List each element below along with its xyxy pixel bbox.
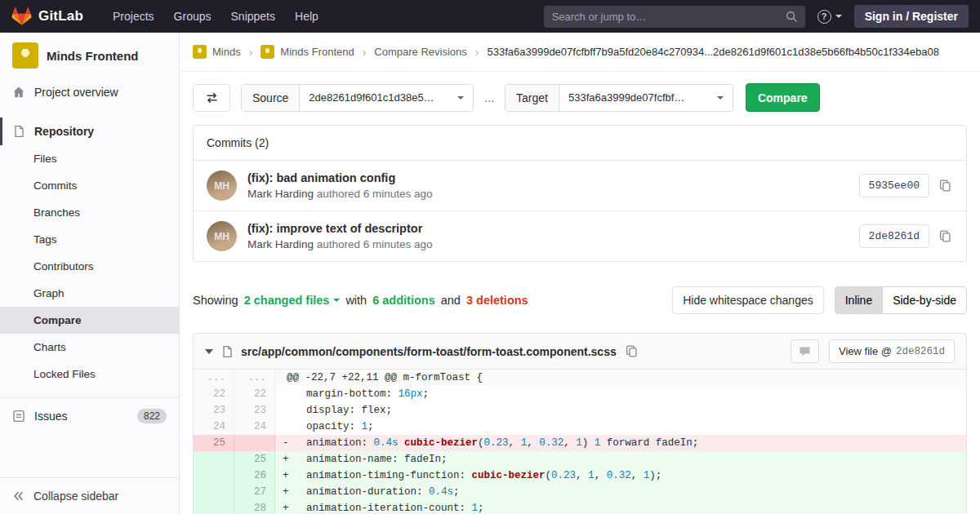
diff-old-line-number[interactable] bbox=[194, 500, 234, 514]
copy-icon bbox=[939, 179, 951, 192]
sidebar-item-compare[interactable]: Compare bbox=[0, 307, 179, 334]
code-token: animation: bbox=[294, 437, 374, 449]
commit-author-link[interactable]: Mark Harding bbox=[247, 188, 314, 200]
code-token: opacity: bbox=[294, 421, 362, 432]
sign-in-button[interactable]: Sign in / Register bbox=[854, 5, 969, 28]
home-icon bbox=[12, 86, 25, 99]
code-token: 0.23 bbox=[551, 470, 576, 481]
sidebar-item-charts[interactable]: Charts bbox=[0, 334, 179, 361]
copy-commit-sha-button[interactable] bbox=[938, 228, 953, 244]
changed-files-dropdown[interactable]: 2 changed files bbox=[244, 294, 341, 307]
compare-button[interactable]: Compare bbox=[746, 83, 820, 112]
diff-new-line-number[interactable]: 22 bbox=[234, 386, 275, 402]
sidebar-item-issues[interactable]: Issues 822 bbox=[0, 398, 179, 434]
nav-link-help[interactable]: Help bbox=[285, 0, 328, 33]
diff-new-line-number[interactable]: 25 bbox=[234, 451, 275, 467]
breadcrumb-separator-icon: › bbox=[475, 46, 479, 59]
code-token: , bbox=[509, 437, 521, 449]
diff-row-added: 26+ animation-timing-function: cubic-bez… bbox=[194, 467, 966, 484]
diff-new-line-number[interactable]: 23 bbox=[234, 402, 275, 419]
code-token: 0.4s bbox=[374, 437, 399, 449]
code-token: 1 bbox=[362, 421, 368, 432]
diff-old-line-number[interactable]: 24 bbox=[194, 419, 234, 435]
breadcrumb: Minds›Minds Frontend›Compare Revisions›5… bbox=[180, 33, 980, 72]
sidebar-item-repository[interactable]: Repository bbox=[0, 117, 179, 145]
diff-new-line-number[interactable]: 27 bbox=[234, 484, 275, 500]
diff-code-line: + animation-iteration-count: 1; bbox=[275, 500, 966, 514]
commit-meta-text: authored 6 minutes ago bbox=[314, 238, 433, 250]
code-token: ; bbox=[423, 388, 430, 400]
diff-new-line-number[interactable]: 26 bbox=[234, 467, 275, 484]
target-revision-dropdown[interactable]: 533fa6a3999de07fcfbf… bbox=[559, 85, 733, 111]
diff-old-line-number[interactable]: 22 bbox=[194, 386, 234, 402]
commit-sha-button[interactable]: 5935ee00 bbox=[859, 174, 929, 197]
chevron-down-icon bbox=[717, 96, 724, 100]
repo-subnav: FilesCommitsBranchesTagsContributorsGrap… bbox=[0, 145, 179, 388]
copy-commit-sha-button[interactable] bbox=[938, 178, 953, 193]
code-token: margin-bottom: bbox=[294, 388, 399, 400]
diff-old-line-number[interactable]: ... bbox=[194, 370, 234, 386]
project-avatar bbox=[12, 42, 38, 69]
code-token: 0.32 bbox=[539, 437, 564, 449]
target-revision-value: 533fa6a3999de07fcfbf… bbox=[568, 91, 684, 104]
diff-new-line-number[interactable]: 28 bbox=[234, 500, 275, 514]
commit-sha-button[interactable]: 2de8261d bbox=[859, 224, 929, 248]
sidebar-item-graph[interactable]: Graph bbox=[0, 280, 179, 307]
side-by-side-view-button[interactable]: Side-by-side bbox=[882, 287, 966, 313]
nav-link-snippets[interactable]: Snippets bbox=[221, 0, 285, 33]
sidebar-item-contributors[interactable]: Contributors bbox=[0, 253, 179, 280]
sidebar-item-branches[interactable]: Branches bbox=[0, 199, 179, 226]
view-file-button[interactable]: View file @ 2de8261d bbox=[829, 339, 955, 363]
breadcrumb-item[interactable]: Compare Revisions bbox=[374, 46, 466, 58]
nav-link-projects[interactable]: Projects bbox=[103, 0, 164, 33]
diff-code-line: margin-bottom: 16px; bbox=[275, 386, 966, 402]
diff-old-line-number[interactable] bbox=[194, 451, 234, 467]
commit-author-link[interactable]: Mark Harding bbox=[247, 238, 314, 250]
toggle-comments-button[interactable] bbox=[791, 339, 819, 363]
breadcrumb-item[interactable]: Minds Frontend bbox=[261, 45, 354, 59]
code-token: ; bbox=[453, 486, 460, 498]
collapse-diff-icon[interactable] bbox=[205, 349, 213, 354]
hide-whitespace-button[interactable]: Hide whitespace changes bbox=[672, 286, 824, 314]
diff-new-line-number[interactable]: ... bbox=[234, 370, 275, 386]
sidebar-item-files[interactable]: Files bbox=[0, 145, 179, 172]
diff-view-mode-toggle: Inline Side-by-side bbox=[835, 286, 967, 314]
diff-old-line-number[interactable]: 23 bbox=[194, 402, 234, 419]
sidebar-item-tags[interactable]: Tags bbox=[0, 226, 179, 253]
commit-info: (fix): improve text of descriptorMark Ha… bbox=[247, 222, 849, 250]
nav-link-groups[interactable]: Groups bbox=[164, 0, 221, 33]
commit-title-link[interactable]: (fix): improve text of descriptor bbox=[247, 222, 849, 235]
code-token: 1 bbox=[576, 437, 582, 449]
sidebar-item-project-overview[interactable]: Project overview bbox=[0, 78, 179, 106]
diff-old-line-number[interactable] bbox=[194, 484, 234, 500]
diff-row-hunk: ......@@ -22,7 +22,11 @@ m-formToast { bbox=[194, 370, 966, 386]
help-menu[interactable]: ? bbox=[817, 10, 842, 24]
diff-code-line: @@ -22,7 +22,11 @@ m-formToast { bbox=[275, 370, 966, 386]
sidebar-item-commits[interactable]: Commits bbox=[0, 172, 179, 199]
commits-panel: Commits (2) MH(fix): bad animation confi… bbox=[193, 125, 967, 262]
copy-file-path-button[interactable] bbox=[624, 343, 639, 359]
code-token: cubic-bezier bbox=[404, 437, 478, 449]
code-token: animation-iteration-count: bbox=[294, 503, 472, 514]
search-input[interactable] bbox=[544, 6, 805, 28]
swap-revisions-button[interactable] bbox=[193, 84, 230, 112]
sidebar-item-locked-files[interactable]: Locked Files bbox=[0, 361, 179, 388]
diff-new-line-number[interactable]: 24 bbox=[234, 419, 275, 435]
commit-title-link[interactable]: (fix): bad animation config bbox=[247, 171, 849, 184]
diff-old-line-number[interactable] bbox=[194, 467, 234, 484]
gitlab-tanuki-icon bbox=[11, 7, 32, 26]
breadcrumb-item[interactable]: Minds bbox=[193, 45, 241, 59]
diff-file-path[interactable]: src/app/common/components/form-toast/for… bbox=[241, 345, 617, 358]
issues-count-badge: 822 bbox=[137, 409, 167, 423]
source-revision-dropdown[interactable]: 2de8261d9f601c1d38e5… bbox=[300, 85, 473, 111]
diff-old-line-number[interactable]: 25 bbox=[194, 435, 234, 451]
collapse-sidebar-button[interactable]: Collapse sidebar bbox=[0, 477, 179, 514]
diff-row-added: 27+ animation-duration: 0.4s; bbox=[194, 484, 966, 500]
code-token: ); bbox=[649, 470, 662, 481]
breadcrumb-label: 533fa6a3999de07fcfbff7b9a5fd20e84c270934… bbox=[487, 46, 939, 58]
navbar-right: ? Sign in / Register bbox=[544, 5, 969, 28]
gitlab-logo[interactable]: GitLab bbox=[11, 7, 83, 26]
view-file-sha: 2de8261d bbox=[896, 346, 945, 357]
diff-new-line-number[interactable] bbox=[234, 435, 275, 451]
inline-view-button[interactable]: Inline bbox=[835, 287, 882, 313]
